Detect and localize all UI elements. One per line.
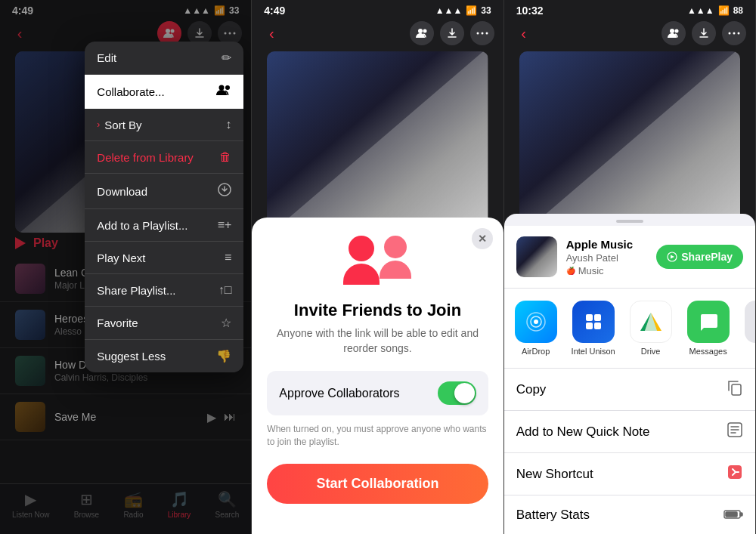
status-bar-2: 4:49 ▲▲▲ 📶 33	[252, 0, 503, 18]
status-bar-3: 10:32 ▲▲▲ 📶 88	[504, 0, 755, 18]
sort-icon: ↕	[225, 118, 231, 131]
star-icon: ☆	[221, 316, 231, 330]
svg-point-20	[733, 32, 735, 35]
menu-favorite[interactable]: Favorite ☆	[85, 307, 243, 340]
quick-note-icon	[727, 421, 743, 442]
drive-icon	[630, 301, 672, 343]
app-airdrop[interactable]: AirDrop	[513, 301, 559, 356]
approve-note: When turned on, you must approve anyone …	[267, 423, 488, 449]
action-copy[interactable]: Copy	[504, 369, 755, 411]
more-btn-3[interactable]	[722, 21, 746, 45]
menu-download[interactable]: Download	[85, 174, 243, 209]
menu-sort[interactable]: › Sort By ↕	[85, 109, 243, 141]
share-subtitle: Ayush Patel	[566, 252, 648, 264]
download-icon	[218, 183, 231, 199]
svg-rect-45	[726, 512, 737, 517]
svg-rect-31	[594, 323, 601, 329]
share-sheet: Apple Music Ayush Patel 🍎 Music SharePla…	[504, 214, 755, 534]
airdrop-icon	[515, 301, 557, 343]
sheet-close-button[interactable]: ✕	[472, 228, 493, 249]
more-btn-2[interactable]	[470, 21, 494, 45]
collab-description: Anyone with the link will be able to edi…	[267, 326, 488, 356]
menu-collaborate[interactable]: Collaborate...	[85, 75, 243, 109]
back-button-3[interactable]: ‹	[513, 23, 534, 44]
app-more[interactable]: More	[743, 301, 755, 356]
messages-label: Messages	[689, 347, 727, 356]
download-btn-2[interactable]	[440, 21, 464, 45]
collab-title: Invite Friends to Join	[267, 301, 488, 320]
app-icons-row: AirDrop Intel Unison	[504, 289, 755, 369]
messages-icon	[687, 301, 730, 343]
panel-1-playlist: 4:49 ▲▲▲ 📶 33 ‹	[0, 0, 252, 534]
nav-actions-3	[662, 21, 746, 45]
start-collaboration-button[interactable]: Start Collaboration	[267, 464, 488, 504]
svg-point-11	[423, 29, 426, 33]
action-add-note[interactable]: Add to New Quick Note	[504, 411, 755, 453]
menu-edit[interactable]: Edit ✏	[85, 42, 243, 75]
app-messages[interactable]: Messages	[686, 301, 731, 356]
svg-point-17	[670, 29, 674, 33]
action-new-shortcut[interactable]: New Shortcut	[504, 453, 755, 495]
share-app-name: Apple Music	[566, 238, 648, 251]
svg-point-19	[728, 32, 730, 35]
shortcut-icon	[727, 464, 743, 484]
time-3: 10:32	[516, 5, 544, 17]
menu-play-next[interactable]: Play Next ≡	[85, 242, 243, 274]
back-button-2[interactable]: ‹	[261, 23, 282, 44]
album-art-2	[267, 51, 488, 233]
svg-rect-29	[594, 314, 601, 321]
menu-suggest-less[interactable]: Suggest Less 👎	[85, 340, 243, 372]
share-preview: Apple Music Ayush Patel 🍎 Music SharePla…	[504, 226, 755, 289]
status-icons-3: ▲▲▲ 📶 88	[687, 5, 743, 16]
collaborate-btn-2[interactable]	[410, 21, 434, 45]
svg-rect-28	[586, 314, 593, 321]
back-person-icon	[380, 236, 411, 279]
drag-indicator	[616, 220, 643, 223]
svg-point-27	[534, 319, 538, 324]
approve-label: Approve Collaborators	[279, 387, 399, 400]
play-next-icon: ≡	[225, 251, 231, 264]
nav-actions-2	[410, 21, 494, 45]
share-thumbnail	[516, 236, 557, 277]
svg-point-21	[737, 32, 739, 35]
collab-btn-3[interactable]	[662, 21, 686, 45]
svg-point-7	[219, 85, 225, 91]
edit-icon: ✏	[222, 51, 231, 65]
action-battery-stats[interactable]: Battery Stats	[504, 495, 755, 534]
airdrop-label: AirDrop	[522, 347, 550, 356]
app-drive[interactable]: Drive	[628, 301, 674, 356]
top-nav-3: ‹	[504, 18, 755, 51]
unison-icon	[572, 301, 615, 343]
wifi-icon-2: 📶	[466, 5, 477, 16]
svg-rect-30	[586, 323, 593, 329]
app-unison[interactable]: Intel Unison	[571, 301, 616, 356]
toggle-knob	[454, 383, 475, 403]
menu-add-playlist[interactable]: Add to a Playlist... ≡+	[85, 209, 243, 242]
approve-row: Approve Collaborators	[267, 371, 488, 415]
context-menu: Edit ✏ Collaborate... › Sort By	[85, 42, 243, 372]
panel-3-share: 10:32 ▲▲▲ 📶 88 ‹	[504, 0, 756, 534]
battery-stats-icon	[723, 506, 743, 523]
svg-point-14	[485, 32, 488, 35]
battery-icon-2: 33	[481, 5, 491, 16]
copy-icon	[727, 379, 743, 400]
svg-point-18	[674, 29, 678, 33]
unison-label: Intel Unison	[572, 347, 615, 356]
status-icons-2: ▲▲▲ 📶 33	[435, 5, 491, 16]
menu-share-playlist[interactable]: Share Playlist... ↑□	[85, 274, 243, 307]
svg-rect-44	[740, 513, 742, 516]
more-apps-icon	[745, 301, 755, 343]
time-2: 4:49	[264, 5, 285, 17]
approve-toggle[interactable]	[438, 381, 476, 405]
svg-point-8	[225, 85, 230, 90]
collab-icon-area	[267, 236, 488, 289]
menu-delete[interactable]: Delete from Library 🗑	[85, 141, 243, 174]
album-art-3	[519, 51, 740, 233]
top-nav-2: ‹	[252, 18, 503, 51]
battery-3: 88	[733, 5, 743, 16]
svg-rect-40	[732, 384, 741, 395]
shareplay-button[interactable]: SharePlay	[656, 245, 743, 269]
download-btn-3[interactable]	[692, 21, 716, 45]
share-music-label: 🍎 Music	[566, 265, 648, 276]
collab-people-graphic	[343, 236, 411, 289]
